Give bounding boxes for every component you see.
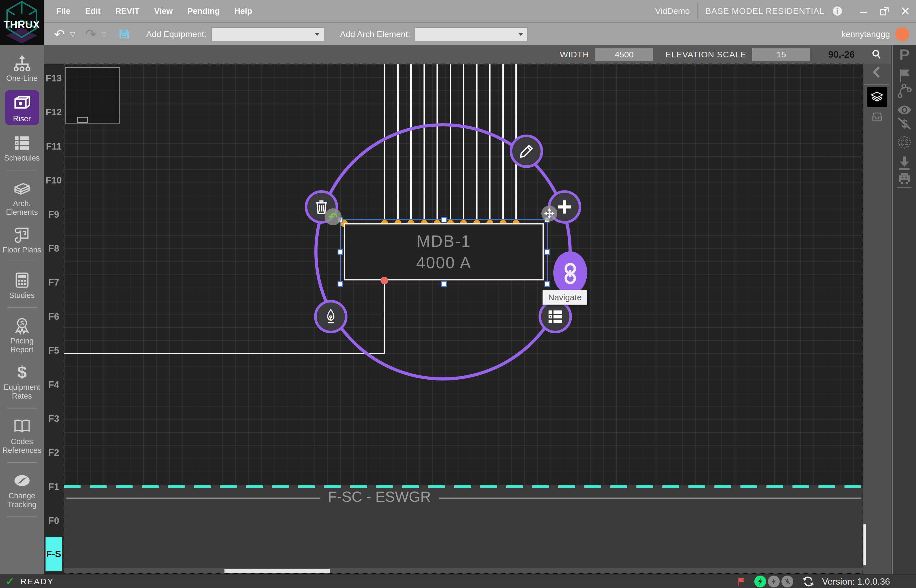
sidebar-item-label: Arch. Elements: [1, 199, 43, 217]
feeder-source-dot[interactable]: [381, 277, 388, 284]
resize-handle-se[interactable]: [544, 281, 550, 287]
collapse-panel-icon[interactable]: [871, 66, 884, 79]
floor-label-f3: F3: [44, 413, 64, 424]
menu-item-file[interactable]: File: [56, 6, 70, 16]
pen-nib-icon: [323, 309, 339, 325]
resize-handle-s[interactable]: [441, 281, 447, 287]
sidebar-item-studies[interactable]: Studies: [1, 271, 43, 300]
add-equipment-select[interactable]: [211, 27, 324, 41]
floor-label-f11: F11: [44, 141, 64, 152]
section-line: [66, 498, 861, 499]
add-equipment-label: Add Equipment:: [146, 29, 207, 39]
sidebar-item-riser[interactable]: Riser: [5, 90, 39, 125]
floor-label-f13: F13: [44, 73, 64, 84]
rail-flag-icon[interactable]: [896, 67, 913, 83]
sidebar-item-schedules[interactable]: Schedules: [1, 133, 43, 163]
minimize-button[interactable]: [858, 5, 869, 17]
minimap-viewport[interactable]: [77, 117, 88, 123]
rail-download-icon[interactable]: [896, 155, 913, 171]
sidebar-item-change-tracking[interactable]: Change Tracking: [1, 471, 43, 509]
vertical-scrollbar-thumb[interactable]: [863, 524, 866, 565]
svg-text:$: $: [17, 363, 27, 381]
sidebar-item-one-line[interactable]: One-Line: [1, 54, 43, 83]
sidebar-divider: [7, 517, 37, 517]
info-icon[interactable]: [832, 5, 843, 17]
inbox-icon[interactable]: [871, 110, 884, 120]
menu-item-revit[interactable]: REVIT: [115, 6, 139, 16]
layers-tool-active[interactable]: [867, 87, 887, 107]
draw-button[interactable]: [314, 300, 347, 333]
cursor-coordinates: 90,-26: [828, 49, 855, 60]
riser-canvas[interactable]: F-SC - ESWGR MDB-1 4000 A ↶ Navigate: [64, 64, 863, 574]
sidebar-item-codes-references[interactable]: Codes References: [1, 417, 43, 455]
rail-no-cost-icon[interactable]: $: [896, 115, 913, 132]
resize-handle-w[interactable]: [338, 249, 343, 255]
sidebar-item-label: Pricing Report: [1, 337, 43, 354]
minimap[interactable]: [65, 67, 120, 124]
sidebar-item-pricing-report[interactable]: $Pricing Report: [1, 316, 43, 354]
menu-item-edit[interactable]: Edit: [85, 6, 101, 16]
resize-handle-sw[interactable]: [338, 281, 343, 287]
plus-icon: [556, 199, 573, 215]
level-separator-dashed: [64, 485, 863, 488]
sidebar-item-equipment-rates[interactable]: $Equipment Rates: [1, 363, 43, 401]
close-icon[interactable]: [900, 5, 911, 17]
floor-label-fs-highlight[interactable]: F-S: [45, 537, 62, 571]
resize-handle-n[interactable]: [441, 217, 447, 223]
power-off-icon[interactable]: [782, 575, 793, 588]
floor-label-f9: F9: [44, 209, 64, 220]
search-icon[interactable]: [871, 48, 883, 61]
power-active-icon[interactable]: [754, 575, 766, 588]
redo-dropdown-icon[interactable]: ▽: [102, 30, 107, 38]
sidebar-item-arch-elements[interactable]: Arch. Elements: [1, 179, 43, 217]
rail-divider: [897, 187, 911, 188]
section-label: F-SC - ESWGR: [320, 488, 439, 505]
right-rail: P$: [892, 45, 916, 574]
floor-label-f6: F6: [44, 311, 64, 322]
schedules-icon: [13, 133, 31, 152]
rail-branch-icon[interactable]: [896, 83, 913, 99]
undo-dropdown-icon[interactable]: ▽: [70, 30, 75, 38]
resize-handle-e[interactable]: [544, 249, 550, 255]
width-label: WIDTH: [560, 50, 589, 59]
rail-debug-icon[interactable]: [896, 171, 913, 187]
elevation-scale-input[interactable]: [752, 48, 810, 61]
edit-button[interactable]: [510, 134, 543, 168]
studies-icon: [13, 271, 31, 289]
menu-item-view[interactable]: View: [154, 6, 173, 16]
floor-label-f12: F12: [44, 107, 64, 118]
username: kennytanggg: [842, 29, 890, 39]
floor-label-f4: F4: [44, 379, 64, 390]
undo-badge-icon[interactable]: ↶: [325, 208, 341, 225]
rail-p-panel-icon[interactable]: P: [896, 47, 913, 63]
menu-item-help[interactable]: Help: [234, 6, 252, 16]
left-sidebar: One-LineRiserSchedulesArch. ElementsFloo…: [0, 45, 44, 574]
add-arch-select[interactable]: [415, 27, 528, 41]
sidebar-item-floor-plans[interactable]: Floor Plans: [1, 225, 43, 254]
horizontal-scrollbar-thumb[interactable]: [225, 569, 330, 573]
horizontal-scrollbar[interactable]: [64, 568, 863, 574]
redo-icon[interactable]: ↷: [86, 28, 96, 41]
codes-references-icon: [13, 417, 31, 436]
menu-item-pending[interactable]: Pending: [187, 6, 220, 16]
undo-icon[interactable]: ↶: [54, 28, 65, 41]
rail-globe-icon[interactable]: [896, 134, 913, 150]
project-name: VidDemo: [655, 6, 690, 16]
power-idle-icon[interactable]: [768, 575, 780, 588]
elevation-scale-label: ELEVATION SCALE: [666, 50, 746, 59]
floor-label-f8: F8: [44, 243, 64, 254]
restore-button[interactable]: [879, 5, 890, 17]
status-flag-icon[interactable]: [736, 577, 746, 586]
canvas-toolbar: WIDTH ELEVATION SCALE 90,-26: [44, 45, 891, 64]
move-badge-icon[interactable]: [541, 205, 557, 221]
sidebar-item-label: Schedules: [4, 154, 40, 163]
refresh-icon[interactable]: [802, 575, 814, 588]
navigate-button[interactable]: [553, 251, 587, 294]
floor-label-f0: F0: [44, 515, 64, 527]
feeder-line-horizontal: [64, 353, 384, 354]
link-icon: [562, 263, 579, 283]
save-icon[interactable]: [118, 28, 130, 40]
width-input[interactable]: [595, 48, 653, 61]
avatar[interactable]: [895, 27, 909, 41]
add-arch-label: Add Arch Element:: [340, 29, 410, 39]
